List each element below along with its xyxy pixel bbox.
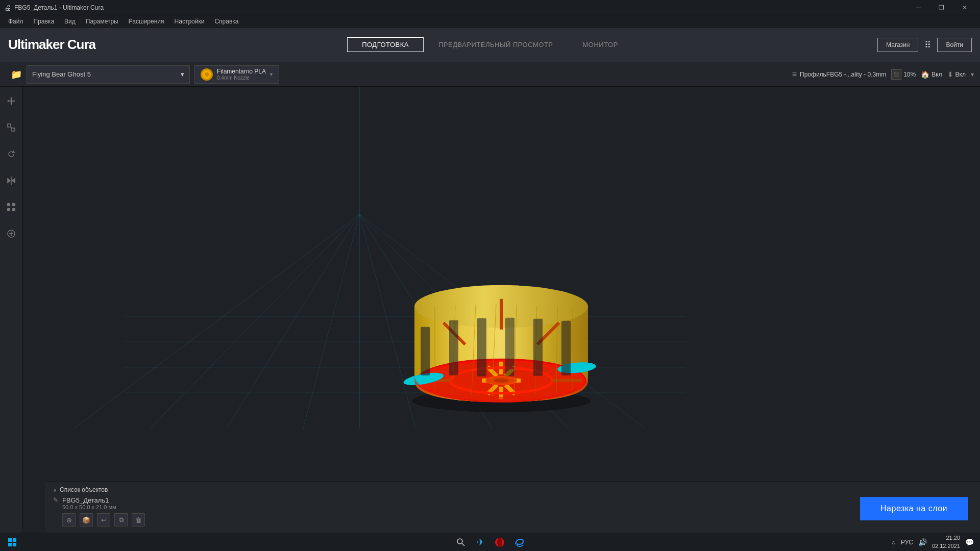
- menu-edit[interactable]: Правка: [30, 17, 59, 26]
- close-button[interactable]: ✕: [953, 0, 976, 15]
- printer-selector[interactable]: Flying Bear Ghost 5 ▾: [27, 65, 190, 84]
- support-toggle[interactable]: 🏠 Вкл: [921, 70, 942, 79]
- object-dimensions: 50.0 x 50.0 x 21.0 мм: [62, 504, 145, 510]
- taskbar-center: ✈: [455, 536, 525, 548]
- object-action-1[interactable]: ⊕: [62, 513, 76, 527]
- object-list-label: Список объектов: [60, 486, 108, 493]
- menu-settings[interactable]: Настройки: [170, 17, 209, 26]
- date-display: 02.12.2021: [932, 542, 960, 550]
- object-list-item: ✎ FBG5_Деталь1 50.0 x 50.0 x 21.0 мм ⊕ 📦…: [53, 496, 972, 527]
- restore-button[interactable]: ❐: [930, 0, 953, 15]
- search-taskbar-icon[interactable]: [455, 536, 467, 548]
- menu-help[interactable]: Справка: [210, 17, 242, 26]
- object-action-2[interactable]: 📦: [80, 513, 93, 527]
- open-folder-button[interactable]: 📁: [6, 64, 27, 85]
- opera-icon[interactable]: [494, 536, 506, 548]
- slice-button[interactable]: Нарезка на слои: [860, 497, 968, 520]
- object-info: FBG5_Деталь1 50.0 x 50.0 x 21.0 мм ⊕ 📦 ↩…: [62, 496, 145, 527]
- svg-rect-7: [12, 203, 15, 206]
- time-display: 21:20: [946, 534, 960, 542]
- object-action-3[interactable]: ↩: [97, 513, 110, 527]
- edge-icon[interactable]: [513, 536, 525, 548]
- telegram-icon[interactable]: ✈: [474, 536, 486, 548]
- svg-rect-70: [13, 543, 16, 546]
- object-actions: ⊕ 📦 ↩ ⧉ 🗑: [62, 513, 145, 527]
- svg-rect-62: [449, 320, 458, 375]
- scale-tool[interactable]: [3, 119, 19, 136]
- filament-dropdown-arrow: ▾: [270, 71, 273, 77]
- filament-info: Filamentarno PLA 0.4mm Nozzle: [217, 68, 266, 81]
- signin-button[interactable]: Войти: [937, 38, 972, 52]
- nozzle-size: 0.4mm Nozzle: [217, 75, 266, 81]
- filament-selector[interactable]: Filamentarno PLA 0.4mm Nozzle ▾: [194, 65, 279, 84]
- notification-icon[interactable]: 💬: [965, 538, 974, 546]
- 3d-viewport[interactable]: ∧ Список объектов ✎ FBG5_Деталь1 50.0 x …: [22, 87, 980, 533]
- tab-preview[interactable]: ПРЕДВАРИТЕЛЬНЫЙ ПРОСМОТР: [424, 37, 568, 52]
- svg-marker-5: [12, 179, 15, 183]
- menu-params[interactable]: Параметры: [82, 17, 122, 26]
- system-tray-up[interactable]: ∧: [891, 539, 896, 546]
- taskbar-right: ∧ РУС 🔊 21:20 02.12.2021 💬: [891, 534, 974, 550]
- svg-rect-9: [12, 208, 15, 211]
- adhesion-icon: ⬇: [947, 70, 953, 79]
- nav-tabs: ПОДГОТОВКА ПРЕДВАРИТЕЛЬНЫЙ ПРОСМОТР МОНИ…: [347, 37, 633, 52]
- top-toolbar: Ultimaker Cura ПОДГОТОВКА ПРЕДВАРИТЕЛЬНЫ…: [0, 28, 980, 62]
- menu-file[interactable]: Файл: [4, 17, 28, 26]
- infill-box: ⬛: [891, 69, 901, 80]
- window-title: FBG5_Деталь1 - Ultimaker Cura: [14, 4, 104, 11]
- profile-label: ПрофильFBG5 -...ality - 0.3mm: [800, 71, 886, 78]
- object-list-header[interactable]: ∧ Список объектов: [53, 486, 972, 493]
- audio-icon[interactable]: 🔊: [918, 538, 927, 546]
- svg-rect-8: [7, 208, 10, 211]
- svg-point-71: [457, 539, 462, 544]
- svg-line-19: [150, 214, 359, 429]
- taskbar-left: [6, 536, 18, 548]
- arrange-tool[interactable]: [3, 199, 19, 215]
- svg-line-21: [303, 214, 359, 429]
- profile-icon: ≡: [792, 70, 797, 79]
- apps-icon[interactable]: ⠿: [924, 39, 931, 51]
- adhesion-toggle[interactable]: ⬇ Вкл: [947, 70, 966, 79]
- app-icon: 🖨: [4, 4, 11, 12]
- svg-line-2: [11, 127, 12, 128]
- edit-icon: ✎: [53, 496, 58, 504]
- printer-name: Flying Bear Ghost 5: [32, 70, 91, 78]
- 3d-model[interactable]: [394, 233, 608, 416]
- rotate-tool[interactable]: [3, 146, 19, 162]
- start-button[interactable]: [6, 536, 18, 548]
- support-icon: 🏠: [921, 70, 929, 79]
- svg-point-74: [497, 538, 502, 547]
- object-action-4[interactable]: ⧉: [114, 513, 128, 527]
- menu-view[interactable]: Вид: [60, 17, 80, 26]
- infill-toggle[interactable]: ⬛ 10%: [891, 69, 916, 80]
- svg-rect-67: [8, 538, 12, 542]
- menu-extensions[interactable]: Расширения: [125, 17, 168, 26]
- mirror-tool[interactable]: [3, 172, 19, 189]
- svg-rect-64: [505, 318, 514, 377]
- titlebar-left: 🖨 FBG5_Деталь1 - Ultimaker Cura: [4, 4, 104, 12]
- window-controls: ─ ❐ ✕: [907, 0, 976, 15]
- move-tool[interactable]: [3, 93, 19, 109]
- svg-point-48: [494, 379, 509, 383]
- adhesion-label: Вкл: [955, 71, 966, 78]
- tab-prepare[interactable]: ПОДГОТОВКА: [347, 37, 424, 52]
- svg-rect-63: [477, 318, 486, 377]
- printer-bar-right: ≡ ПрофильFBG5 -...ality - 0.3mm ⬛ 10% 🏠 …: [792, 69, 974, 80]
- object-name: FBG5_Деталь1: [62, 496, 145, 504]
- tab-monitor[interactable]: МОНИТОР: [568, 37, 633, 52]
- filament-icon: [201, 68, 213, 81]
- svg-rect-6: [7, 203, 10, 206]
- minimize-button[interactable]: ─: [907, 0, 930, 15]
- profile-dropdown-arrow[interactable]: ▾: [971, 71, 974, 78]
- menu-bar: Файл Правка Вид Параметры Расширения Нас…: [0, 15, 980, 28]
- object-list-panel: ∧ Список объектов ✎ FBG5_Деталь1 50.0 x …: [45, 482, 980, 533]
- svg-rect-66: [561, 321, 571, 375]
- printer-bar: 📁 Flying Bear Ghost 5 ▾ Filamentarno PLA…: [0, 62, 980, 87]
- logo-light: Ultimaker: [8, 37, 64, 52]
- object-action-5[interactable]: 🗑: [132, 513, 145, 527]
- infill-value: 10%: [903, 71, 916, 78]
- support-tool[interactable]: [3, 226, 19, 242]
- shop-button[interactable]: Магазин: [877, 38, 918, 52]
- collapse-arrow: ∧: [53, 487, 57, 493]
- profile-section: ≡ ПрофильFBG5 -...ality - 0.3mm: [792, 70, 887, 79]
